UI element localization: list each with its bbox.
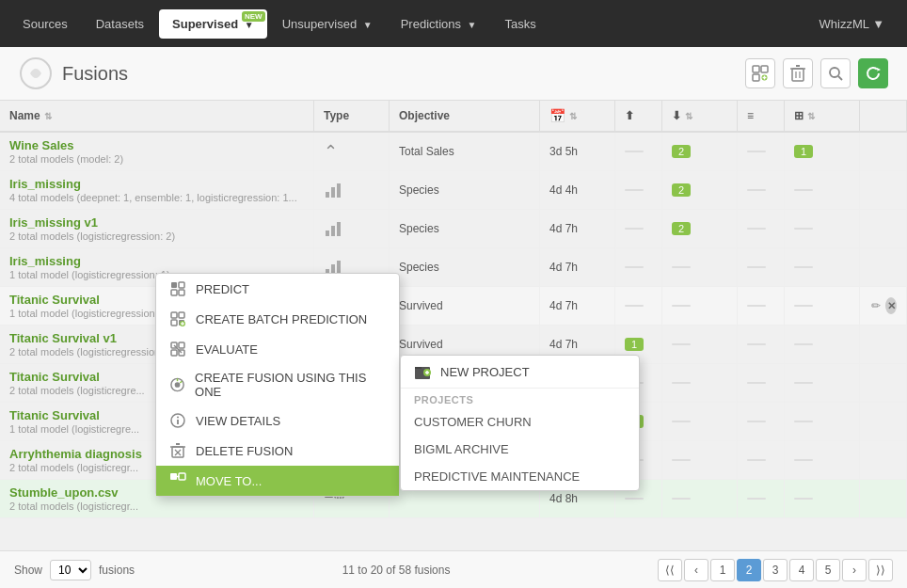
td-b4-7 <box>785 364 860 402</box>
pagination: ⟨⟨ ‹ 1 2 3 4 5 › ⟩⟩ <box>658 559 893 581</box>
page-2-button[interactable]: 2 <box>737 559 761 581</box>
nav-tasks[interactable]: Tasks <box>492 9 549 39</box>
new-project-icon <box>414 363 431 380</box>
menu-item-delete-fusion[interactable]: DELETE FUSION <box>156 436 399 466</box>
bar-chart-icon-2 <box>324 181 342 199</box>
svg-line-13 <box>838 76 842 80</box>
create-fusion-button[interactable] <box>745 58 775 88</box>
td-b3-5 <box>738 287 785 325</box>
c3-icon: ≡ <box>747 109 754 122</box>
svg-rect-1 <box>753 66 759 72</box>
svg-rect-20 <box>331 226 335 236</box>
row-name-2[interactable]: Iris_missing <box>9 177 81 191</box>
page-size-select[interactable]: 10 20 50 <box>50 560 91 580</box>
row-name-10[interactable]: Stumble_upon.csv <box>9 485 119 500</box>
create-fusion-icon <box>752 65 769 82</box>
last-page-button[interactable]: ⟩⟩ <box>868 559 893 581</box>
prev-page-button[interactable]: ‹ <box>684 559 708 581</box>
td-type-3 <box>314 210 390 247</box>
refresh-button[interactable] <box>858 58 888 88</box>
c4-sort-icon[interactable]: ⇅ <box>807 111 815 121</box>
evaluate-icon <box>169 341 186 358</box>
row-name-7[interactable]: Titanic Survival <box>9 370 100 384</box>
nav-predictions[interactable]: Predictions ▼ <box>388 9 490 39</box>
nav-unsupervised[interactable]: Unsupervised ▼ <box>269 9 386 39</box>
project-customer-churn[interactable]: CUSTOMER CHURN <box>401 408 639 436</box>
td-b2-9 <box>662 441 738 479</box>
row-name-5[interactable]: Titanic Survival <box>9 293 100 307</box>
page-5-button[interactable]: 5 <box>816 559 840 581</box>
menu-item-create-fusion[interactable]: CREATE FUSION USING THIS ONE <box>156 364 399 405</box>
menu-label-move-to: MOVE TO... <box>196 474 262 488</box>
td-b3-2 <box>738 171 785 209</box>
td-b2-1: 2 <box>662 133 738 170</box>
header-actions <box>745 58 888 88</box>
td-b5-6 <box>860 326 907 363</box>
td-b5-10 <box>860 480 907 517</box>
svg-rect-47 <box>179 290 184 295</box>
time-sort-icon[interactable]: ⇅ <box>569 111 577 121</box>
svg-rect-49 <box>179 312 184 318</box>
row-sub-1: 2 total models (model: 2) <box>9 153 123 165</box>
page-1-button[interactable]: 1 <box>710 559 735 581</box>
refresh-icon <box>866 66 881 81</box>
new-badge: NEW <box>242 11 265 22</box>
td-b4-8 <box>785 403 860 440</box>
menu-item-batch[interactable]: CREATE BATCH PREDICTION <box>156 304 399 334</box>
row-name-1[interactable]: Wine Sales <box>9 138 74 152</box>
td-b2-2: 2 <box>662 171 738 209</box>
td-b4-5 <box>785 287 860 325</box>
nav-supervised[interactable]: Supervised NEW ▼ <box>159 9 267 39</box>
td-b1-3 <box>615 210 662 247</box>
page-4-button[interactable]: 4 <box>789 559 814 581</box>
close-row-icon[interactable]: ✕ <box>885 297 897 314</box>
svg-rect-19 <box>326 230 329 236</box>
td-b5-9 <box>860 441 907 479</box>
delete-button[interactable] <box>783 58 813 88</box>
project-bigml-archive[interactable]: BIGML ARCHIVE <box>401 436 639 463</box>
first-page-button[interactable]: ⟨⟨ <box>658 559 682 581</box>
new-project-item[interactable]: NEW PROJECT <box>401 356 639 389</box>
td-b4-3 <box>785 210 860 247</box>
row-name-3[interactable]: Iris_missing v1 <box>9 215 98 230</box>
search-button[interactable] <box>820 58 851 88</box>
svg-rect-7 <box>792 69 804 81</box>
nav-sources[interactable]: Sources <box>9 9 81 39</box>
menu-item-view-details[interactable]: VIEW DETAILS <box>156 405 399 436</box>
td-type-1: ⌃ <box>314 133 390 170</box>
nav-datasets[interactable]: Datasets <box>83 9 157 39</box>
predictions-arrow: ▼ <box>468 20 477 30</box>
projects-section-label: PROJECTS <box>401 389 639 408</box>
pagination-info: 11 to 20 of 58 fusions <box>142 564 650 577</box>
page-3-button[interactable]: 3 <box>763 559 788 581</box>
table-row: Iris_missing 1 total model (logisticregr… <box>0 248 907 287</box>
menu-item-predict[interactable]: PREDICT <box>156 274 399 304</box>
type-icon-1: ⌃ <box>324 141 338 162</box>
search-icon <box>828 66 843 81</box>
nav-whizzml[interactable]: WhizzML ▼ <box>806 9 898 39</box>
td-b2-4 <box>662 248 738 286</box>
menu-item-move-to[interactable]: MOVE TO... <box>156 466 399 496</box>
project-submenu: NEW PROJECT PROJECTS CUSTOMER CHURN BIGM… <box>400 355 640 491</box>
row-name-6[interactable]: Titanic Survival v1 <box>9 331 117 345</box>
td-b2-6 <box>662 326 738 363</box>
row-sub-8: 1 total model (logisticregre... <box>9 423 139 435</box>
c2-sort-icon[interactable]: ⇅ <box>685 111 692 121</box>
menu-item-evaluate[interactable]: EVALUATE <box>156 334 399 364</box>
edit-row-icon[interactable]: ✏ <box>869 296 882 315</box>
row-sub-7: 2 total models (logisticregre... <box>9 385 145 396</box>
row-name-9[interactable]: Arryhthemia diagnosis <box>9 447 142 461</box>
table-row: Iris_missing 4 total models (deepnet: 1,… <box>0 171 907 210</box>
row-name-4[interactable]: Iris_missing <box>9 254 81 268</box>
table-row: Wine Sales 2 total models (model: 2) ⌃ T… <box>0 133 907 171</box>
row-sub-6: 2 total models (logisticregression: 2) <box>9 346 175 358</box>
project-predictive-maintenance[interactable]: PREDICTIVE MAINTENANCE <box>401 463 639 490</box>
td-b1-5 <box>615 287 662 325</box>
name-sort-icon[interactable]: ⇅ <box>44 111 52 121</box>
row-name-8[interactable]: Titanic Survival <box>9 408 100 422</box>
table-row-active: Titanic Survival 1 total model (logistic… <box>0 287 907 326</box>
menu-label-view-details: VIEW DETAILS <box>196 414 280 428</box>
next-page-button[interactable]: › <box>842 559 867 581</box>
td-b4-4 <box>785 248 860 286</box>
new-project-label: NEW PROJECT <box>440 365 530 379</box>
